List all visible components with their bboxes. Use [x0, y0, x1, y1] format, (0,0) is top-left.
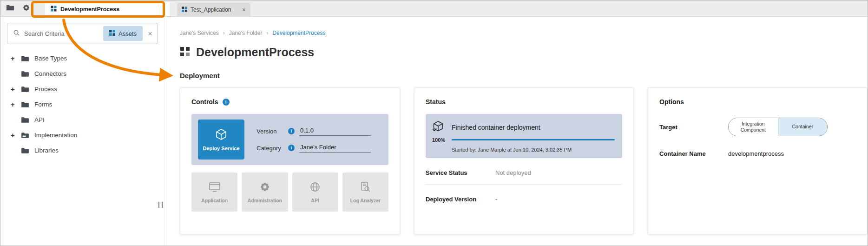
version-field-row: Version i 0.1.0 — [256, 127, 380, 136]
options-card: Options Target Integration Component Con… — [648, 87, 868, 234]
deploy-package-icon — [215, 128, 228, 142]
page-title-row: DevelopmentProcess — [180, 46, 868, 59]
files-button[interactable] — [4, 2, 16, 14]
controls-card-header: Controls i — [191, 98, 388, 106]
container-name-label: Container Name — [659, 150, 728, 157]
deployed-version-value: - — [495, 196, 497, 203]
tree-item-process[interactable]: + Process — [0, 81, 164, 97]
settings-button[interactable] — [20, 2, 32, 14]
target-option-integration-component[interactable]: Integration Component — [729, 118, 778, 136]
expand-icon[interactable]: + — [11, 85, 21, 93]
status-panel: Finished container deployment 100% Start… — [426, 114, 622, 158]
log-search-icon — [360, 181, 371, 193]
globe-icon — [309, 181, 321, 193]
administration-button[interactable]: Administration — [242, 173, 288, 212]
project-icon — [51, 6, 57, 13]
folder-icon — [21, 147, 30, 154]
folder-icon — [21, 101, 30, 108]
controls-card: Controls i Deploy Service Version i — [180, 87, 400, 234]
topbar: DevelopmentProcess Test_Application × — [0, 0, 868, 17]
version-label: Version — [256, 128, 283, 135]
info-icon[interactable]: i — [288, 145, 295, 151]
target-row: Target Integration Component Container — [659, 118, 856, 136]
application-button[interactable]: Application — [191, 173, 237, 212]
expand-icon[interactable]: + — [11, 100, 21, 108]
divider — [426, 184, 622, 185]
action-button-label: API — [311, 198, 319, 203]
status-card-title: Status — [426, 98, 446, 106]
search-input[interactable]: Search Criteria — [24, 30, 99, 37]
status-card-header: Status — [426, 98, 622, 106]
deploy-fields: Version i 0.1.0 Category i Jane's Folder — [256, 127, 380, 153]
action-button-label: Log Analyzer — [350, 198, 381, 203]
tab-test-application[interactable]: Test_Application × — [177, 3, 250, 16]
project-icon — [180, 47, 190, 59]
tree-item-label: Connectors — [34, 70, 66, 77]
assets-filter-label: Assets — [118, 30, 137, 37]
search-icon — [13, 29, 20, 38]
service-status-row: Service Status Not deployed — [426, 169, 622, 176]
started-by-text: Started by: Jane Marple at Jun 10, 2024,… — [452, 147, 615, 153]
tab-label: DevelopmentProcess — [60, 6, 119, 13]
tab-developmentprocess[interactable]: DevelopmentProcess — [45, 2, 170, 16]
tree-item-libraries[interactable]: Libraries — [0, 143, 164, 158]
main-content: Jane's Services › Jane's Folder › Develo… — [164, 17, 868, 246]
gear-icon — [22, 4, 30, 13]
breadcrumb-item[interactable]: Jane's Services — [180, 30, 219, 36]
folder-icon — [21, 71, 30, 77]
project-icon — [182, 7, 187, 13]
folder-icon — [6, 4, 14, 13]
breadcrumb-item[interactable]: Jane's Folder — [229, 30, 263, 36]
expand-icon[interactable]: + — [11, 54, 21, 62]
folder-icon — [21, 86, 30, 93]
log-analyzer-button[interactable]: Log Analyzer — [342, 173, 388, 212]
sidebar-resize-handle[interactable] — [158, 202, 163, 208]
tree-item-label: Forms — [34, 101, 52, 108]
breadcrumb-item-current[interactable]: DevelopmentProcess — [272, 30, 325, 36]
tree-item-implementation[interactable]: + Implementation — [0, 127, 164, 143]
deployed-version-label: Deployed Version — [426, 196, 495, 203]
application-window-icon — [209, 181, 221, 193]
chevron-right-icon: › — [266, 30, 268, 36]
chevron-right-icon: › — [223, 30, 225, 36]
tree-item-label: Implementation — [34, 132, 77, 139]
target-label: Target — [659, 124, 728, 131]
tree-item-connectors[interactable]: Connectors — [0, 66, 164, 81]
api-button[interactable]: API — [292, 173, 338, 212]
container-name-row: Container Name developmentprocess — [659, 150, 856, 157]
tree-item-forms[interactable]: + Forms — [0, 97, 164, 112]
version-input[interactable]: 0.1.0 — [299, 127, 371, 136]
category-field-row: Category i Jane's Folder — [256, 144, 380, 153]
controls-actions: Application Administration API — [191, 173, 388, 212]
expand-icon[interactable]: + — [11, 131, 21, 139]
assets-icon — [109, 30, 115, 37]
assets-filter-button[interactable]: Assets — [103, 26, 143, 41]
category-input[interactable]: Jane's Folder — [299, 144, 371, 153]
tree-item-base-types[interactable]: + Base Types — [0, 51, 164, 66]
close-tab-icon[interactable]: × — [242, 7, 246, 13]
info-icon[interactable]: i — [288, 128, 295, 134]
target-option-container[interactable]: Container — [778, 118, 828, 136]
tree-item-label: API — [34, 116, 45, 123]
deployed-version-row: Deployed Version - — [426, 196, 622, 203]
asset-tree: + Base Types Connectors + Process + Form… — [0, 51, 164, 158]
tab-label: Test_Application — [191, 7, 231, 13]
tree-item-label: Libraries — [34, 147, 59, 154]
service-status-label: Service Status — [426, 169, 495, 176]
tree-item-label: Base Types — [34, 55, 67, 62]
tree-item-label: Process — [34, 86, 57, 93]
status-message: Finished container deployment — [452, 124, 615, 131]
clear-search-icon[interactable]: × — [148, 30, 152, 38]
page-title: DevelopmentProcess — [196, 46, 314, 59]
service-status-value: Not deployed — [495, 169, 531, 176]
deployment-cards: Controls i Deploy Service Version i — [180, 87, 868, 234]
tree-item-api[interactable]: API — [0, 112, 164, 127]
info-icon[interactable]: i — [223, 99, 230, 106]
action-button-label: Administration — [248, 198, 282, 203]
search-box[interactable]: Search Criteria Assets × — [7, 23, 158, 44]
deploy-service-button[interactable]: Deploy Service — [198, 120, 244, 160]
category-label: Category — [256, 145, 283, 152]
progress-bar — [452, 139, 615, 140]
folder-icon — [21, 117, 30, 123]
deploy-service-label: Deploy Service — [203, 146, 240, 151]
